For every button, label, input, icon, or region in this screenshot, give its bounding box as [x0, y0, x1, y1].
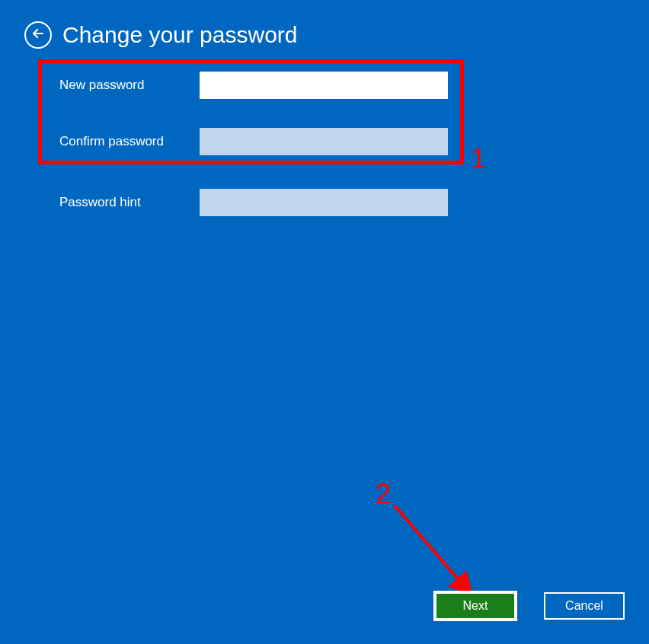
- new-password-input[interactable]: [200, 72, 448, 99]
- next-button[interactable]: Next: [435, 592, 516, 620]
- svg-line-2: [395, 505, 469, 592]
- back-button[interactable]: [24, 21, 52, 49]
- new-password-label: New password: [59, 78, 200, 93]
- confirm-password-input[interactable]: [200, 128, 448, 155]
- password-hint-input[interactable]: [200, 189, 448, 216]
- page-title: Change your password: [62, 22, 298, 48]
- cancel-button[interactable]: Cancel: [544, 592, 625, 620]
- password-hint-label: Password hint: [59, 195, 200, 210]
- confirm-password-label: Confirm password: [59, 134, 200, 149]
- arrow-left-icon: [31, 27, 45, 43]
- annotation-label-1: 1: [471, 143, 486, 175]
- annotation-label-2: 2: [376, 478, 391, 510]
